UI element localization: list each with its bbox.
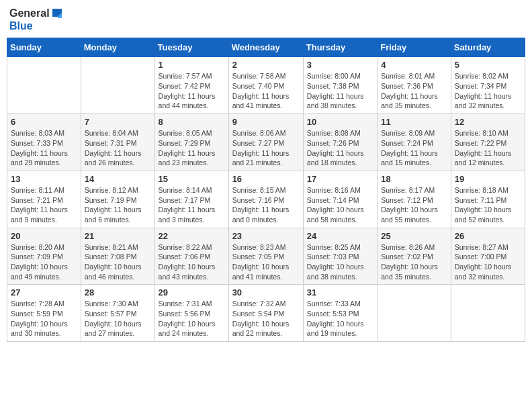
day-number: 2 xyxy=(232,60,300,70)
day-info: Sunrise: 8:04 AMSunset: 7:31 PMDaylight:… xyxy=(85,128,151,168)
weekday-header: Thursday xyxy=(303,38,377,57)
calendar-cell: 22Sunrise: 8:22 AMSunset: 7:06 PMDayligh… xyxy=(154,228,228,285)
day-info: Sunrise: 7:58 AMSunset: 7:40 PMDaylight:… xyxy=(232,71,300,111)
calendar-cell: 14Sunrise: 8:12 AMSunset: 7:19 PMDayligh… xyxy=(81,171,154,228)
calendar-week-row: 27Sunrise: 7:28 AMSunset: 5:59 PMDayligh… xyxy=(7,285,525,342)
day-number: 7 xyxy=(85,117,151,127)
weekday-header: Sunday xyxy=(7,38,81,57)
calendar-cell: 29Sunrise: 7:31 AMSunset: 5:56 PMDayligh… xyxy=(154,285,228,342)
day-number: 10 xyxy=(307,117,373,127)
day-number: 27 xyxy=(11,287,77,298)
calendar-week-row: 20Sunrise: 8:20 AMSunset: 7:09 PMDayligh… xyxy=(7,228,525,285)
day-info: Sunrise: 7:57 AMSunset: 7:42 PMDaylight:… xyxy=(159,71,225,111)
day-number: 31 xyxy=(307,287,373,298)
day-info: Sunrise: 8:09 AMSunset: 7:24 PMDaylight:… xyxy=(381,128,447,168)
day-info: Sunrise: 8:16 AMSunset: 7:14 PMDaylight:… xyxy=(307,185,373,225)
weekday-header: Wednesday xyxy=(228,38,303,57)
calendar-cell xyxy=(451,285,525,342)
day-number: 9 xyxy=(232,117,300,127)
calendar-cell: 21Sunrise: 8:21 AMSunset: 7:08 PMDayligh… xyxy=(81,228,154,285)
calendar-cell: 4Sunrise: 8:01 AMSunset: 7:36 PMDaylight… xyxy=(378,57,451,114)
day-number: 1 xyxy=(159,60,225,70)
day-number: 16 xyxy=(232,174,300,184)
day-info: Sunrise: 8:11 AMSunset: 7:21 PMDaylight:… xyxy=(11,185,77,225)
day-info: Sunrise: 8:22 AMSunset: 7:06 PMDaylight:… xyxy=(159,242,225,282)
day-number: 5 xyxy=(455,60,521,70)
day-info: Sunrise: 7:28 AMSunset: 5:59 PMDaylight:… xyxy=(11,299,77,338)
weekday-header: Friday xyxy=(378,38,451,57)
day-number: 8 xyxy=(159,117,225,127)
calendar-cell: 25Sunrise: 8:26 AMSunset: 7:02 PMDayligh… xyxy=(378,228,451,285)
weekday-header: Tuesday xyxy=(154,38,228,57)
calendar-cell: 20Sunrise: 8:20 AMSunset: 7:09 PMDayligh… xyxy=(7,228,81,285)
day-info: Sunrise: 8:06 AMSunset: 7:27 PMDaylight:… xyxy=(232,128,300,168)
day-info: Sunrise: 8:18 AMSunset: 7:11 PMDaylight:… xyxy=(455,185,521,225)
calendar-cell xyxy=(378,285,451,342)
day-number: 26 xyxy=(455,231,521,241)
calendar-cell: 30Sunrise: 7:32 AMSunset: 5:54 PMDayligh… xyxy=(228,285,303,342)
day-info: Sunrise: 8:15 AMSunset: 7:16 PMDaylight:… xyxy=(232,185,300,225)
calendar-cell: 13Sunrise: 8:11 AMSunset: 7:21 PMDayligh… xyxy=(7,171,81,228)
day-number: 18 xyxy=(381,174,447,184)
calendar-cell: 16Sunrise: 8:15 AMSunset: 7:16 PMDayligh… xyxy=(228,171,303,228)
day-number: 21 xyxy=(85,231,151,241)
calendar-cell: 7Sunrise: 8:04 AMSunset: 7:31 PMDaylight… xyxy=(81,114,154,171)
day-number: 15 xyxy=(159,174,225,184)
calendar-cell: 1Sunrise: 7:57 AMSunset: 7:42 PMDaylight… xyxy=(154,57,228,114)
calendar-cell: 2Sunrise: 7:58 AMSunset: 7:40 PMDaylight… xyxy=(228,57,303,114)
day-number: 12 xyxy=(455,117,521,127)
day-number: 29 xyxy=(159,287,225,298)
day-info: Sunrise: 7:31 AMSunset: 5:56 PMDaylight:… xyxy=(159,299,225,338)
day-info: Sunrise: 8:20 AMSunset: 7:09 PMDaylight:… xyxy=(11,242,77,282)
day-number: 4 xyxy=(381,60,447,70)
day-info: Sunrise: 7:32 AMSunset: 5:54 PMDaylight:… xyxy=(232,299,300,338)
day-info: Sunrise: 8:25 AMSunset: 7:03 PMDaylight:… xyxy=(307,242,373,282)
calendar-cell: 31Sunrise: 7:33 AMSunset: 5:53 PMDayligh… xyxy=(303,285,377,342)
day-info: Sunrise: 8:10 AMSunset: 7:22 PMDaylight:… xyxy=(455,128,521,168)
calendar-cell: 11Sunrise: 8:09 AMSunset: 7:24 PMDayligh… xyxy=(378,114,451,171)
calendar-cell: 10Sunrise: 8:08 AMSunset: 7:26 PMDayligh… xyxy=(303,114,377,171)
calendar-week-row: 1Sunrise: 7:57 AMSunset: 7:42 PMDaylight… xyxy=(7,57,525,114)
calendar-cell: 8Sunrise: 8:05 AMSunset: 7:29 PMDaylight… xyxy=(154,114,228,171)
calendar-cell: 12Sunrise: 8:10 AMSunset: 7:22 PMDayligh… xyxy=(451,114,525,171)
day-info: Sunrise: 8:23 AMSunset: 7:05 PMDaylight:… xyxy=(232,242,300,282)
day-number: 22 xyxy=(159,231,225,241)
day-number: 28 xyxy=(85,287,151,298)
calendar-cell: 6Sunrise: 8:03 AMSunset: 7:33 PMDaylight… xyxy=(7,114,81,171)
calendar-cell: 17Sunrise: 8:16 AMSunset: 7:14 PMDayligh… xyxy=(303,171,377,228)
day-info: Sunrise: 8:14 AMSunset: 7:17 PMDaylight:… xyxy=(159,185,225,225)
day-number: 17 xyxy=(307,174,373,184)
calendar-cell: 19Sunrise: 8:18 AMSunset: 7:11 PMDayligh… xyxy=(451,171,525,228)
calendar-week-row: 13Sunrise: 8:11 AMSunset: 7:21 PMDayligh… xyxy=(7,171,525,228)
day-number: 25 xyxy=(381,231,447,241)
day-number: 6 xyxy=(11,117,77,127)
calendar-cell xyxy=(7,57,81,114)
day-info: Sunrise: 8:01 AMSunset: 7:36 PMDaylight:… xyxy=(381,71,447,111)
day-number: 3 xyxy=(307,60,373,70)
day-info: Sunrise: 8:00 AMSunset: 7:38 PMDaylight:… xyxy=(307,71,373,111)
page-header: General Blue xyxy=(7,7,525,32)
day-info: Sunrise: 8:12 AMSunset: 7:19 PMDaylight:… xyxy=(85,185,151,225)
calendar-cell xyxy=(81,57,154,114)
day-number: 19 xyxy=(455,174,521,184)
day-info: Sunrise: 8:21 AMSunset: 7:08 PMDaylight:… xyxy=(85,242,151,282)
day-info: Sunrise: 8:26 AMSunset: 7:02 PMDaylight:… xyxy=(381,242,447,282)
day-info: Sunrise: 7:30 AMSunset: 5:57 PMDaylight:… xyxy=(85,299,151,338)
calendar-cell: 24Sunrise: 8:25 AMSunset: 7:03 PMDayligh… xyxy=(303,228,377,285)
day-info: Sunrise: 8:03 AMSunset: 7:33 PMDaylight:… xyxy=(11,128,77,168)
logo: General Blue xyxy=(9,7,63,32)
day-number: 14 xyxy=(85,174,151,184)
calendar-cell: 28Sunrise: 7:30 AMSunset: 5:57 PMDayligh… xyxy=(81,285,154,342)
calendar-cell: 15Sunrise: 8:14 AMSunset: 7:17 PMDayligh… xyxy=(154,171,228,228)
calendar-cell: 5Sunrise: 8:02 AMSunset: 7:34 PMDaylight… xyxy=(451,57,525,114)
calendar-header-row: SundayMondayTuesdayWednesdayThursdayFrid… xyxy=(7,38,525,57)
day-info: Sunrise: 8:08 AMSunset: 7:26 PMDaylight:… xyxy=(307,128,373,168)
day-number: 20 xyxy=(11,231,77,241)
day-number: 11 xyxy=(381,117,447,127)
day-info: Sunrise: 8:27 AMSunset: 7:00 PMDaylight:… xyxy=(455,242,521,282)
weekday-header: Saturday xyxy=(451,38,525,57)
calendar-cell: 23Sunrise: 8:23 AMSunset: 7:05 PMDayligh… xyxy=(228,228,303,285)
day-info: Sunrise: 8:17 AMSunset: 7:12 PMDaylight:… xyxy=(381,185,447,225)
calendar-cell: 3Sunrise: 8:00 AMSunset: 7:38 PMDaylight… xyxy=(303,57,377,114)
weekday-header: Monday xyxy=(81,38,154,57)
